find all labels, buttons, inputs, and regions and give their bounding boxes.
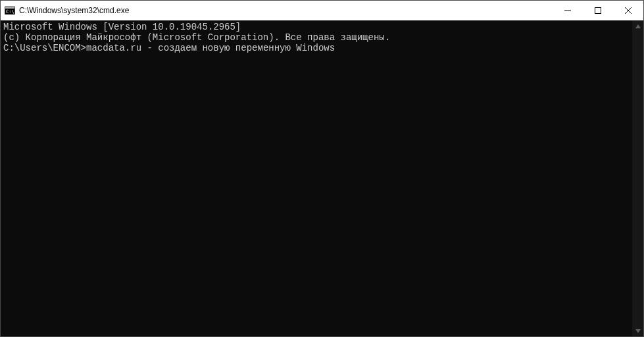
scroll-track[interactable] [632,32,643,325]
scroll-down-button[interactable] [632,325,643,336]
svg-text:C:\: C:\ [6,9,14,14]
minimize-button[interactable] [553,1,583,20]
content-area: Microsoft Windows [Version 10.0.19045.29… [1,20,643,336]
svg-rect-4 [595,8,601,14]
terminal[interactable]: Microsoft Windows [Version 10.0.19045.29… [1,20,632,336]
scroll-up-button[interactable] [632,20,643,32]
svg-rect-1 [5,7,14,9]
close-icon [625,7,632,14]
close-button[interactable] [613,1,643,20]
cmd-icon: C:\ [5,5,15,16]
maximize-button[interactable] [583,1,613,20]
command-input[interactable]: macdata.ru - создаем новую переменную Wi… [86,43,335,53]
cmd-window: C:\ C:\Windows\system32\cmd.exe [0,0,644,337]
terminal-line: Microsoft Windows [Version 10.0.19045.29… [3,22,630,32]
minimize-icon [564,7,571,14]
titlebar[interactable]: C:\ C:\Windows\system32\cmd.exe [1,1,643,20]
maximize-icon [595,7,601,14]
terminal-prompt-line: C:\Users\ENCOM>macdata.ru - создаем нову… [3,43,630,53]
scroll-up-icon [635,24,641,28]
window-title: C:\Windows\system32\cmd.exe [19,6,129,15]
window-controls [553,1,643,20]
terminal-line: (c) Корпорация Майкрософт (Microsoft Cor… [3,32,630,43]
prompt-path: C:\Users\ENCOM> [3,43,86,53]
vertical-scrollbar[interactable] [632,20,643,336]
scroll-down-icon [635,329,641,333]
